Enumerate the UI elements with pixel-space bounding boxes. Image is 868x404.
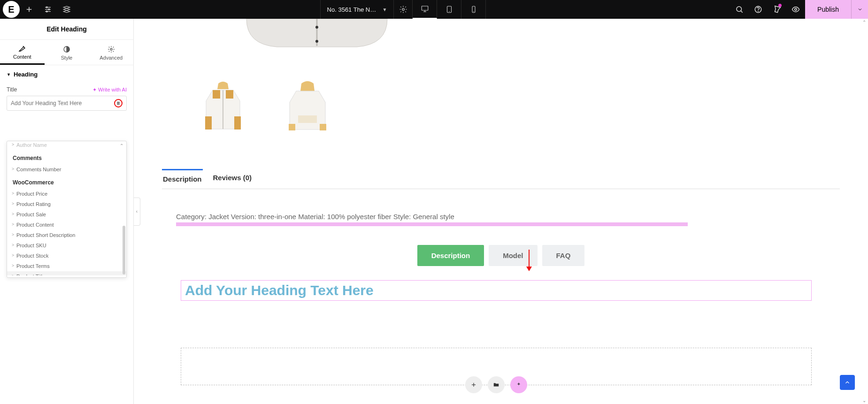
finder-search-icon[interactable] [730, 0, 749, 19]
dynamic-tags-dropdown: ⌃ Author Name Comments Comments Number W… [7, 141, 127, 278]
svg-point-22 [110, 48, 112, 50]
site-settings-icon[interactable] [38, 0, 57, 19]
dd-item-product-short-description[interactable]: Product Short Description [7, 230, 126, 240]
product-thumb-back[interactable] [275, 75, 340, 141]
add-ai-sparkle[interactable] [510, 376, 527, 393]
tab-style-label: Style [61, 55, 72, 61]
publish-options[interactable] [851, 0, 868, 19]
svg-rect-31 [205, 116, 212, 130]
publish-button[interactable]: Publish [805, 0, 851, 19]
dd-group-comments: Comments [7, 150, 126, 164]
svg-rect-36 [320, 124, 326, 130]
device-desktop[interactable] [413, 0, 437, 19]
svg-rect-9 [422, 6, 428, 10]
svg-point-28 [315, 40, 318, 43]
svg-point-19 [758, 11, 759, 11]
dropdown-scrollbar[interactable] [123, 226, 125, 274]
svg-line-17 [741, 11, 743, 13]
write-ai-label: Write with AI [98, 87, 127, 92]
content-tab-faq[interactable]: FAQ [542, 245, 585, 266]
svg-rect-34 [298, 115, 317, 123]
svg-rect-29 [213, 90, 220, 99]
structure-icon[interactable] [57, 0, 76, 19]
dd-item-product-rating[interactable]: Product Rating [7, 199, 126, 209]
selection-highlight [176, 222, 688, 226]
dynamic-tags-button[interactable] [114, 99, 123, 107]
dd-item-product-price[interactable]: Product Price [7, 189, 126, 199]
woocommerce-tabs: Description Reviews (0) [162, 169, 840, 189]
title-input[interactable] [11, 100, 114, 107]
svg-rect-24 [117, 103, 120, 103]
help-icon[interactable] [749, 0, 768, 19]
page-title: No. 3561 The No… [327, 6, 379, 13]
device-mobile[interactable] [461, 0, 486, 19]
add-section-plus[interactable] [465, 376, 482, 393]
section-heading-label: Heading [14, 71, 38, 78]
svg-point-20 [795, 8, 797, 11]
dd-item-author-name[interactable]: Author Name [7, 141, 126, 150]
svg-rect-25 [117, 104, 120, 105]
title-input-wrap [7, 96, 127, 111]
svg-rect-35 [289, 124, 295, 130]
topbar: E No. 3561 The No… ▼ [0, 0, 868, 19]
content-tab-buttons: Description Model FAQ [162, 245, 840, 266]
panel-collapse-handle[interactable]: ‹ [134, 198, 140, 226]
svg-rect-32 [234, 116, 241, 130]
wc-tab-reviews[interactable]: Reviews (0) [212, 169, 253, 189]
responsive-device-tabs [413, 0, 486, 19]
product-main-image [218, 19, 415, 61]
tab-style[interactable]: Style [45, 40, 89, 65]
elementor-logo[interactable]: E [3, 1, 20, 18]
tab-advanced-label: Advanced [100, 55, 123, 61]
section-heading-toggle[interactable]: ▼ Heading [0, 65, 133, 84]
heading-widget-selected[interactable]: Add Your Heading Text Here [181, 280, 812, 301]
heading-text: Add Your Heading Text Here [185, 282, 374, 298]
add-element-button[interactable] [20, 0, 38, 19]
dd-group-woocommerce: WooCommerce [7, 175, 126, 189]
device-tablet[interactable] [437, 0, 461, 19]
tab-advanced[interactable]: Advanced [89, 40, 133, 65]
editor-left-panel: Edit Heading Content Style Advanced ▼ He… [0, 19, 134, 404]
add-template-folder[interactable] [488, 376, 505, 393]
product-description-text: Category: Jacket Version: three-in-one M… [176, 213, 840, 221]
tab-content[interactable]: Content [0, 40, 45, 65]
svg-marker-40 [526, 267, 532, 271]
caret-down-icon: ▼ [7, 72, 11, 77]
wc-tab-description[interactable]: Description [162, 169, 203, 189]
scroll-to-top-button[interactable] [840, 375, 855, 390]
svg-point-16 [737, 7, 742, 12]
svg-rect-23 [117, 102, 120, 102]
svg-point-8 [402, 8, 405, 11]
add-section-placeholder[interactable] [181, 348, 812, 385]
dropdown-scroll[interactable]: Author Name Comments Comments Number Woo… [7, 141, 126, 275]
dd-item-product-title[interactable]: Product Title [7, 271, 126, 275]
title-label: Title [7, 86, 17, 93]
preview-icon[interactable] [786, 0, 805, 19]
dd-item-product-sale[interactable]: Product Sale [7, 209, 126, 220]
dd-item-comments-number[interactable]: Comments Number [7, 164, 126, 175]
annotation-arrow [524, 249, 534, 274]
product-thumb-front[interactable] [190, 75, 256, 141]
publish-label: Publish [817, 6, 839, 13]
panel-title: Edit Heading [0, 19, 133, 40]
svg-rect-30 [226, 90, 233, 99]
content-tab-description[interactable]: Description [417, 245, 484, 266]
panel-tabs: Content Style Advanced [0, 40, 133, 65]
dd-item-product-terms[interactable]: Product Terms [7, 261, 126, 271]
dd-item-product-content[interactable]: Product Content [7, 220, 126, 230]
page-settings-icon[interactable] [394, 0, 413, 19]
notifications-icon[interactable] [768, 0, 786, 19]
write-with-ai[interactable]: ✦ Write with AI [92, 87, 127, 93]
chevron-down-icon: ▼ [383, 7, 387, 12]
page-selector[interactable]: No. 3561 The No… ▼ [320, 0, 394, 19]
editor-canvas: ⌃ ⌄ [134, 19, 868, 404]
tab-content-label: Content [13, 54, 31, 60]
dd-item-product-sku[interactable]: Product SKU [7, 240, 126, 251]
dd-item-product-stock[interactable]: Product Stock [7, 251, 126, 261]
svg-point-27 [315, 26, 318, 29]
